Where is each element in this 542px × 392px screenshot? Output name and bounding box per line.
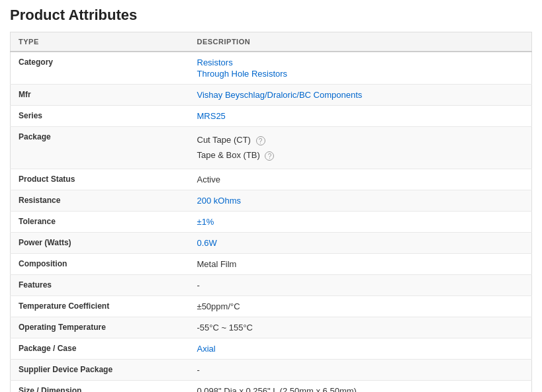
col-description-header: DESCRIPTION [189, 32, 532, 52]
question-mark-icon[interactable]: ? [256, 136, 265, 145]
attribute-description: 0.6W [189, 232, 532, 253]
table-row: Tolerance±1% [11, 211, 532, 232]
page-title: Product Attributes [10, 7, 532, 24]
col-type-header: TYPE [11, 32, 189, 52]
attribute-description: Metal Film [189, 253, 532, 274]
attribute-description: ResistorsThrough Hole Resistors [189, 52, 532, 85]
attribute-type: Features [11, 274, 189, 295]
attribute-description: 200 kOhms [189, 190, 532, 211]
table-row: Size / Dimension0.098" Dia x 0.256" L (2… [11, 380, 532, 392]
attribute-type: Composition [11, 253, 189, 274]
attribute-description: - [189, 359, 532, 380]
attribute-type: Temperature Coefficient [11, 295, 189, 317]
category-link[interactable]: Through Hole Resistors [197, 69, 524, 79]
attribute-description: MRS25 [189, 106, 532, 127]
attribute-description: Active [189, 169, 532, 190]
category-link[interactable]: Resistors [197, 58, 524, 67]
table-row: Supplier Device Package- [11, 359, 532, 380]
table-row: CompositionMetal Film [11, 253, 532, 274]
attribute-description: Cut Tape (CT) ?Tape & Box (TB) ? [189, 127, 532, 169]
attribute-type: Package [11, 127, 189, 169]
attribute-type: Package / Case [11, 338, 189, 359]
attribute-type: Supplier Device Package [11, 359, 189, 380]
attribute-type: Series [11, 106, 189, 127]
table-row: Resistance200 kOhms [11, 190, 532, 211]
question-mark-icon[interactable]: ? [265, 151, 274, 161]
attribute-type: Product Status [11, 169, 189, 190]
table-row: CategoryResistorsThrough Hole Resistors [11, 52, 532, 85]
attribute-description: Axial [189, 338, 532, 359]
table-row: SeriesMRS25 [11, 106, 532, 127]
package-line-1: Cut Tape (CT) ? [197, 132, 524, 147]
table-row: PackageCut Tape (CT) ?Tape & Box (TB) ? [11, 127, 532, 169]
attribute-type: Tolerance [11, 211, 189, 232]
table-row: Features- [11, 274, 532, 295]
table-row: Operating Temperature-55°C ~ 155°C [11, 317, 532, 338]
attribute-type: Power (Watts) [11, 232, 189, 253]
attribute-link[interactable]: ±1% [197, 217, 214, 227]
attributes-table: TYPE DESCRIPTION CategoryResistorsThroug… [10, 32, 532, 392]
attribute-link[interactable]: 0.6W [197, 238, 217, 248]
table-row: Power (Watts)0.6W [11, 232, 532, 253]
attribute-description: 0.098" Dia x 0.256" L (2.50mm x 6.50mm) [189, 380, 532, 392]
table-row: Temperature Coefficient±50ppm/°C [11, 295, 532, 317]
attribute-description: Vishay Beyschlag/Draloric/BC Components [189, 85, 532, 106]
attribute-type: Category [11, 52, 189, 85]
attribute-type: Operating Temperature [11, 317, 189, 338]
attribute-type: Resistance [11, 190, 189, 211]
attribute-link[interactable]: Axial [197, 344, 216, 354]
table-row: Product StatusActive [11, 169, 532, 190]
attribute-link[interactable]: MRS25 [197, 111, 226, 121]
package-line-2: Tape & Box (TB) ? [197, 147, 524, 163]
attribute-description: -55°C ~ 155°C [189, 317, 532, 338]
table-row: MfrVishay Beyschlag/Draloric/BC Componen… [11, 85, 532, 106]
attribute-description: - [189, 274, 532, 295]
table-row: Package / CaseAxial [11, 338, 532, 359]
attribute-link[interactable]: Vishay Beyschlag/Draloric/BC Components [197, 90, 363, 100]
attribute-type: Size / Dimension [11, 380, 189, 392]
attribute-type: Mfr [11, 85, 189, 106]
attribute-description: ±1% [189, 211, 532, 232]
attribute-link[interactable]: 200 kOhms [197, 196, 241, 206]
attribute-description: ±50ppm/°C [189, 295, 532, 317]
